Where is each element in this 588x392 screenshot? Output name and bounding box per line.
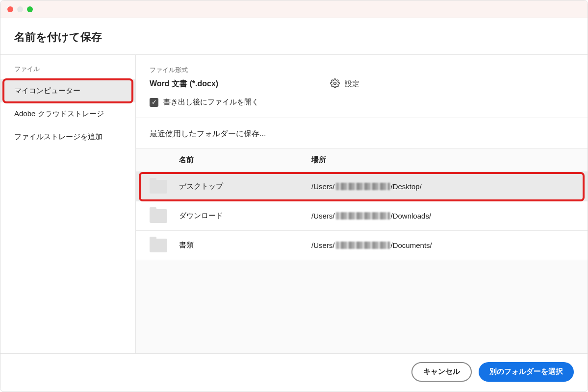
- file-format-section: ファイル形式 Word 文書 (*.docx) 設定 ✓: [136, 55, 588, 118]
- folder-path: /Users/ /Desktop/: [311, 182, 574, 191]
- settings-button[interactable]: 設定: [330, 78, 359, 90]
- dialog-footer: キャンセル 別のフォルダーを選択: [0, 353, 588, 390]
- table-header: 名前 場所: [136, 148, 588, 172]
- folder-path: /Users/ /Documents/: [311, 241, 574, 249]
- sidebar-item-add-storage[interactable]: ファイルストレージを追加: [0, 125, 135, 148]
- folder-name: 書類: [179, 241, 311, 250]
- cancel-button[interactable]: キャンセル: [411, 362, 472, 382]
- minimize-window-button[interactable]: [17, 6, 23, 12]
- check-icon: ✓: [152, 98, 157, 106]
- censored-username: [336, 212, 390, 220]
- folder-row-desktop[interactable]: デスクトップ /Users/ /Desktop/: [136, 172, 588, 201]
- dialog-header: 名前を付けて保存: [0, 18, 588, 54]
- svg-point-0: [334, 82, 336, 85]
- choose-different-folder-button[interactable]: 別のフォルダーを選択: [479, 362, 574, 382]
- folder-path: /Users/ /Downloads/: [311, 212, 574, 220]
- folder-name: ダウンロード: [179, 211, 311, 220]
- sidebar-section-label: ファイル: [0, 65, 135, 79]
- folder-icon: [150, 239, 167, 252]
- folder-icon: [150, 180, 167, 194]
- maximize-window-button[interactable]: [27, 6, 33, 12]
- dialog-title: 名前を付けて保存: [14, 30, 574, 45]
- recent-folders-label: 最近使用したフォルダーに保存...: [136, 118, 588, 148]
- recent-folders-table: 名前 場所 デスクトップ /Users/ /Desktop/ ダウンロード: [136, 148, 588, 353]
- sidebar-item-adobe-cloud[interactable]: Adobe クラウドストレージ: [0, 102, 135, 125]
- settings-label: 設定: [345, 79, 359, 89]
- file-format-value: Word 文書 (*.docx): [150, 79, 307, 89]
- censored-username: [336, 242, 390, 249]
- sidebar-item-my-computer[interactable]: マイコンピューター: [0, 79, 135, 102]
- main-panel: ファイル形式 Word 文書 (*.docx) 設定 ✓: [136, 55, 588, 353]
- folder-row-documents[interactable]: 書類 /Users/ /Documents/: [136, 231, 588, 260]
- open-after-export-label: 書き出し後にファイルを開く: [163, 98, 259, 107]
- censored-username: [336, 183, 390, 190]
- sidebar: ファイル マイコンピューター Adobe クラウドストレージ ファイルストレージ…: [0, 55, 136, 353]
- gear-icon: [330, 78, 340, 90]
- folder-row-downloads[interactable]: ダウンロード /Users/ /Downloads/: [136, 201, 588, 231]
- column-header-path[interactable]: 場所: [311, 155, 574, 165]
- folder-icon: [150, 209, 167, 223]
- column-header-name[interactable]: 名前: [179, 155, 311, 165]
- close-window-button[interactable]: [7, 6, 13, 12]
- folder-name: デスクトップ: [179, 182, 311, 191]
- open-after-export-checkbox[interactable]: ✓: [150, 98, 158, 107]
- window-titlebar: [0, 0, 588, 18]
- file-format-label: ファイル形式: [150, 66, 574, 74]
